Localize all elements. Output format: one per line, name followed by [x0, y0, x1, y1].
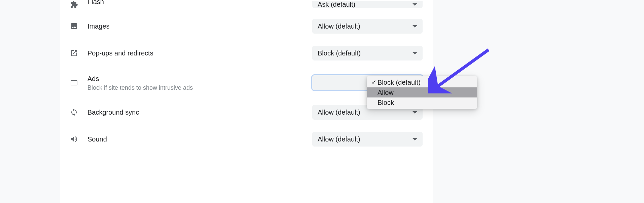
image-icon [70, 22, 87, 30]
svg-line-1 [438, 50, 489, 86]
chevron-down-icon [413, 3, 417, 6]
dropdown-value: Ask (default) [318, 1, 355, 8]
menu-option-label: Block [378, 99, 394, 107]
dropdown-value: Allow (default) [318, 23, 360, 30]
popups-dropdown[interactable]: Block (default) [312, 46, 423, 60]
setting-row-images: Images Allow (default) [60, 13, 433, 40]
setting-label: Background sync [87, 108, 312, 117]
menu-option-label: Block (default) [378, 79, 421, 86]
ads-icon [70, 79, 87, 87]
setting-label: Sound [87, 135, 312, 144]
setting-row-popups: Pop-ups and redirects Block (default) [60, 40, 433, 67]
flash-dropdown[interactable]: Ask (default) [312, 1, 423, 8]
menu-option-block[interactable]: Block [367, 97, 477, 108]
menu-option-label: Allow [378, 89, 394, 96]
images-dropdown[interactable]: Allow (default) [312, 19, 423, 34]
settings-panel: Flash Ask (default) Images Allow (defaul… [60, 0, 433, 203]
setting-row-flash: Flash Ask (default) [60, 0, 433, 13]
setting-row-sound: Sound Allow (default) [60, 126, 433, 153]
setting-label: Flash [87, 0, 312, 6]
svg-rect-0 [71, 81, 77, 85]
setting-label: Images [87, 22, 312, 31]
setting-label: Ads [87, 74, 312, 83]
chevron-down-icon [413, 52, 417, 54]
dropdown-value: Allow (default) [318, 135, 360, 143]
setting-label: Pop-ups and redirects [87, 49, 312, 57]
sound-dropdown[interactable]: Allow (default) [312, 132, 423, 147]
volume-icon [70, 135, 87, 143]
sync-icon [70, 108, 87, 116]
setting-sublabel: Block if site tends to show intrusive ad… [87, 84, 312, 91]
open-in-new-icon [70, 49, 87, 57]
dropdown-value: Allow (default) [318, 109, 360, 116]
check-icon: ✓ [370, 79, 378, 86]
puzzle-icon [70, 0, 87, 8]
chevron-down-icon [413, 138, 417, 140]
chevron-down-icon [413, 111, 417, 114]
annotation-arrow [428, 46, 495, 93]
chevron-down-icon [413, 25, 417, 28]
dropdown-value: Block (default) [318, 49, 361, 57]
